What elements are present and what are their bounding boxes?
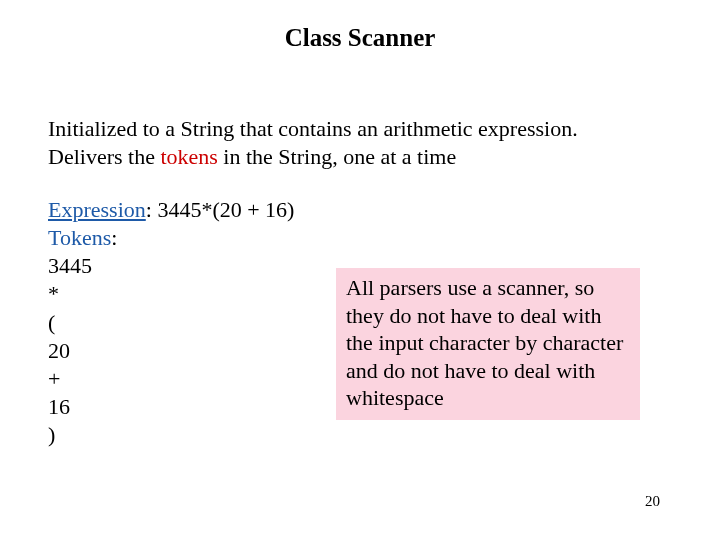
intro-line1: Initialized to a String that contains an… [48,116,578,141]
token-list: 3445 * ( 20 + 16 ) [48,252,294,449]
intro-tokens-word: tokens [160,144,217,169]
token-item: 20 [48,337,294,365]
page-number: 20 [645,493,660,510]
intro-text: Initialized to a String that contains an… [48,115,672,170]
slide: Class Scanner Initialized to a String th… [0,0,720,540]
intro-line2-before: Delivers the [48,144,160,169]
token-item: 16 [48,393,294,421]
token-item: 3445 [48,252,294,280]
expression-colon: : [146,197,158,222]
token-item: ( [48,309,294,337]
callout-box: All parsers use a scanner, so they do no… [336,268,640,420]
expression-section: Expression: 3445*(20 + 16) Tokens: 3445 … [48,196,294,449]
expression-label: Expression [48,197,146,222]
token-item: + [48,365,294,393]
tokens-label: Tokens [48,225,111,250]
token-item: * [48,280,294,308]
expression-value: 3445*(20 + 16) [157,197,294,222]
intro-line2-after: in the String, one at a time [218,144,456,169]
token-item: ) [48,421,294,449]
slide-title: Class Scanner [0,24,720,52]
tokens-colon: : [111,225,117,250]
